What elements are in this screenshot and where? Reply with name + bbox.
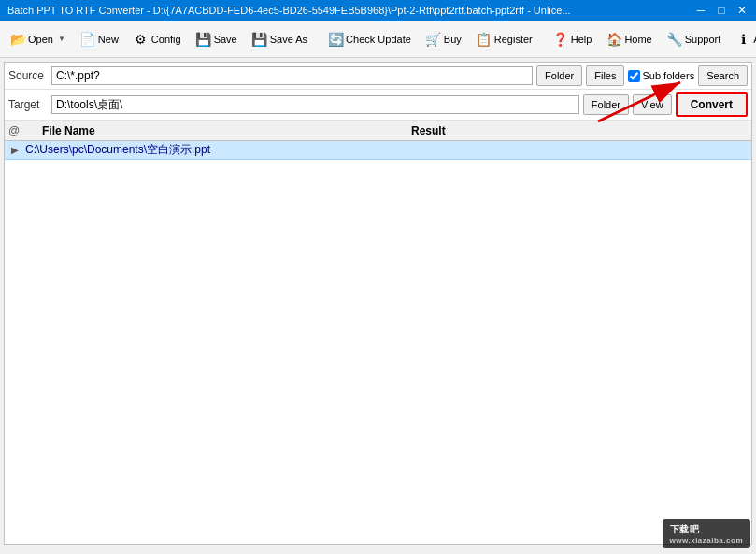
file-list-header: @ File Name Result	[5, 121, 751, 141]
source-label: Source	[8, 69, 48, 82]
register-button[interactable]: 📋 Register	[470, 24, 539, 54]
target-view-button[interactable]: View	[633, 94, 672, 115]
save-as-label: Save As	[270, 34, 307, 45]
new-icon: 📄	[80, 32, 95, 47]
expand-icon[interactable]: ▶	[8, 144, 21, 157]
help-label: Help	[571, 34, 592, 45]
open-label: Open	[28, 34, 53, 45]
home-icon: 🏠	[606, 32, 621, 47]
target-label: Target	[8, 98, 48, 111]
convert-button[interactable]: Convert	[676, 92, 748, 117]
open-dropdown-arrow: ▼	[58, 35, 65, 43]
open-icon: 📂	[10, 32, 25, 47]
subfolders-checkbox-label: Sub folders	[628, 70, 694, 82]
title-text: Batch PPT TO RTF Converter - D:\{7A7ACBD…	[7, 5, 691, 16]
support-label: Support	[685, 34, 721, 45]
help-button[interactable]: ❓ Help	[547, 24, 599, 54]
check-update-label: Check Update	[346, 34, 411, 45]
title-bar: Batch PPT TO RTF Converter - D:\{7A7ACBD…	[0, 0, 756, 21]
main-area: Source Folder Files Sub folders Search T…	[4, 62, 752, 545]
col-at: @	[8, 124, 27, 137]
subfolders-label: Sub folders	[642, 70, 694, 81]
open-button[interactable]: 📂 Open ▼	[4, 24, 72, 54]
config-icon: ⚙	[134, 32, 149, 47]
register-label: Register	[494, 34, 533, 45]
file-name: C:\Users\pc\Documents\空白演示.ppt	[21, 142, 411, 158]
register-icon: 📋	[477, 32, 492, 47]
home-label: Home	[624, 34, 651, 45]
watermark-line1: 下载吧	[670, 523, 743, 536]
target-input[interactable]	[51, 95, 579, 114]
new-label: New	[98, 34, 119, 45]
watermark-line2: www.xiazaiba.com	[670, 536, 743, 545]
new-button[interactable]: 📄 New	[74, 24, 125, 54]
col-name: File Name	[27, 124, 411, 137]
target-row: Target Folder View Convert	[5, 90, 751, 121]
config-label: Config	[151, 34, 181, 45]
support-button[interactable]: 🔧 Support	[661, 24, 728, 54]
source-row: Source Folder Files Sub folders Search	[5, 63, 751, 90]
file-list-body: ▶ C:\Users\pc\Documents\空白演示.ppt	[5, 141, 751, 544]
close-button[interactable]: ✕	[732, 0, 752, 21]
source-files-button[interactable]: Files	[586, 65, 624, 86]
source-input[interactable]	[51, 66, 533, 85]
watermark: 下载吧 www.xiazaiba.com	[663, 519, 750, 548]
minimize-button[interactable]: ─	[691, 0, 711, 21]
support-icon: 🔧	[667, 32, 682, 47]
save-as-button[interactable]: 💾 Save As	[246, 24, 314, 54]
buy-icon: 🛒	[426, 32, 441, 47]
table-row[interactable]: ▶ C:\Users\pc\Documents\空白演示.ppt	[5, 141, 751, 160]
search-button[interactable]: Search	[698, 65, 748, 86]
subfolders-checkbox[interactable]	[628, 70, 640, 82]
target-folder-button[interactable]: Folder	[583, 94, 629, 115]
check-update-button[interactable]: 🔄 Check Update	[321, 24, 418, 54]
check-update-icon: 🔄	[328, 32, 343, 47]
save-label: Save	[214, 34, 237, 45]
window-controls: ─ □ ✕	[691, 0, 752, 21]
source-folder-button[interactable]: Folder	[536, 65, 582, 86]
save-icon: 💾	[196, 32, 211, 47]
save-button[interactable]: 💾 Save	[190, 24, 244, 54]
maximize-button[interactable]: □	[711, 0, 732, 21]
help-icon: ❓	[553, 32, 568, 47]
config-button[interactable]: ⚙ Config	[127, 24, 188, 54]
toolbar: 📂 Open ▼ 📄 New ⚙ Config 💾 Save 💾 Save As…	[0, 21, 756, 58]
buy-label: Buy	[444, 34, 462, 45]
save-as-icon: 💾	[252, 32, 267, 47]
about-button[interactable]: ℹ About	[729, 24, 756, 54]
buy-button[interactable]: 🛒 Buy	[420, 24, 468, 54]
col-result: Result	[411, 124, 748, 137]
about-icon: ℹ	[735, 32, 750, 47]
home-button[interactable]: 🏠 Home	[600, 24, 658, 54]
